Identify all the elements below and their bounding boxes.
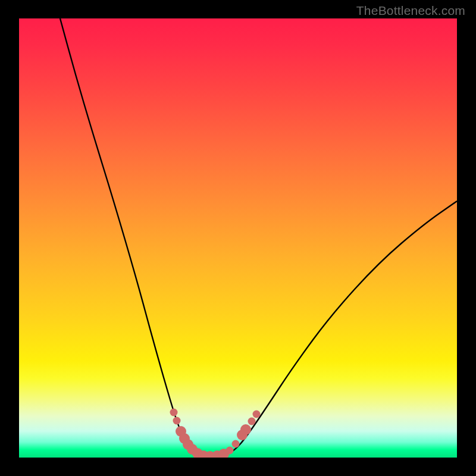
highlight-dot bbox=[173, 417, 181, 425]
right-curve bbox=[209, 201, 457, 458]
marker-group bbox=[170, 409, 261, 458]
watermark-text: TheBottleneck.com bbox=[356, 4, 465, 18]
highlight-dot bbox=[232, 440, 240, 448]
highlight-dot bbox=[170, 409, 178, 416]
chart-frame bbox=[19, 18, 457, 458]
left-curve bbox=[60, 18, 209, 458]
chart-svg bbox=[19, 18, 457, 458]
highlight-dot bbox=[240, 424, 251, 435]
curve-group bbox=[60, 18, 457, 458]
highlight-dot bbox=[253, 411, 261, 418]
highlight-dot bbox=[248, 418, 256, 425]
highlight-dot bbox=[226, 447, 234, 455]
